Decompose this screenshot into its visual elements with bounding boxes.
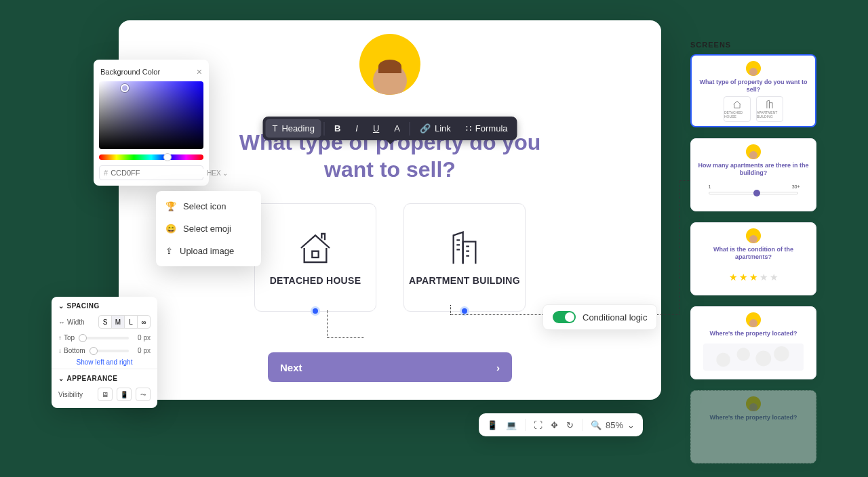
screens-title: SCREENS [690, 41, 816, 49]
section-label: SPACING [67, 302, 100, 310]
connector [327, 310, 328, 337]
select-emoji-item[interactable]: 😄 Select emoji [160, 217, 257, 240]
top-slider[interactable] [79, 337, 129, 339]
conditional-logic-chip: Conditional logic [542, 304, 657, 330]
house-icon [296, 229, 334, 267]
visibility-desktop[interactable]: 🖥 [98, 388, 113, 401]
building-icon [446, 229, 484, 267]
width-full[interactable]: ∞ [137, 315, 151, 329]
color-cursor[interactable] [121, 84, 129, 92]
visibility-mobile[interactable]: 📱 [117, 388, 132, 401]
next-label: Next [280, 362, 302, 373]
select-icon-item[interactable]: 🏆 Select icon [160, 195, 257, 217]
chevron-down-icon: ⌄ [58, 375, 64, 382]
link-button[interactable]: 🔗 Link [413, 119, 458, 138]
svg-rect-0 [312, 251, 318, 257]
avatar [746, 144, 761, 159]
section-label: APPEARANCE [67, 375, 118, 382]
visibility-label: Visibility [58, 391, 83, 398]
width-s[interactable]: S [98, 315, 112, 329]
underline-button[interactable]: U [366, 119, 386, 138]
device-mobile-button[interactable]: 📱 [487, 420, 498, 430]
hash-icon: # [104, 169, 108, 177]
avatar [746, 61, 761, 76]
italic-button[interactable]: I [349, 119, 365, 138]
star-rating: ★★★★★ [729, 272, 778, 283]
chevron-right-icon: › [496, 362, 500, 373]
chevron-down-icon: ⌄ [58, 302, 64, 310]
avatar [746, 396, 761, 411]
bold-button[interactable]: B [328, 119, 347, 138]
color-mode-select[interactable]: HEX ⌄ [207, 169, 228, 177]
bottom-value: 0 px [133, 347, 151, 354]
font-color-button[interactable]: A [387, 119, 407, 138]
branch-dot[interactable] [311, 306, 320, 316]
bottom-slider[interactable] [90, 350, 129, 352]
bottom-label: ↓ Bottom [58, 347, 85, 354]
screen-thumb-ghost[interactable]: Where's the property located? [690, 390, 816, 463]
mini-slider: 1 30+ [709, 192, 797, 194]
avatar [359, 34, 420, 95]
connector [327, 337, 364, 338]
mini-map [703, 344, 804, 371]
fit-button[interactable]: ✥ [551, 420, 558, 430]
width-l[interactable]: L [124, 315, 138, 329]
formula-button[interactable]: ∷ Formula [459, 119, 515, 138]
search-icon: 🔍 [591, 420, 601, 430]
option-apartment-building[interactable]: APARTMENT BUILDING [403, 203, 526, 312]
screen-thumb-4[interactable]: Where's the property located? [690, 306, 816, 379]
zoom-control[interactable]: 🔍 85% ⌄ [591, 420, 635, 430]
link-label: Link [435, 123, 451, 133]
upload-icon: ⇪ [165, 246, 173, 256]
connector [679, 180, 680, 314]
hue-knob[interactable] [163, 153, 172, 161]
chevron-down-icon: ⌄ [222, 169, 228, 177]
screen-title: What is the condition of the apartments? [698, 246, 809, 261]
conditional-logic-toggle[interactable] [553, 311, 576, 323]
option-label: APARTMENT BUILDING [409, 275, 520, 286]
popover-title: Background Color [100, 68, 160, 76]
color-saturation-field[interactable] [99, 81, 203, 149]
connector [679, 180, 690, 181]
screen-title: Where's the property located? [709, 414, 797, 421]
hue-slider[interactable] [99, 154, 203, 160]
menu-label: Upload image [180, 246, 234, 256]
close-icon[interactable]: × [197, 66, 202, 77]
screen-thumb-1[interactable]: What type of property do you want to sel… [690, 54, 816, 127]
option-label: DETACHED HOUSE [270, 275, 361, 286]
avatar [746, 312, 761, 327]
emoji-icon: 😄 [165, 224, 176, 234]
width-segmented[interactable]: S M L ∞ [98, 315, 151, 329]
avatar [746, 228, 761, 243]
spacing-appearance-panel: ⌄ SPACING ↔ Width S M L ∞ ↑ Top 0 px ↓ B… [52, 297, 157, 408]
screen-thumb-2[interactable]: How many apartments are there in the bui… [690, 138, 816, 211]
fullscreen-button[interactable]: ⛶ [534, 420, 542, 430]
option-detached-house[interactable]: DETACHED HOUSE [254, 203, 376, 312]
top-value: 0 px [133, 334, 151, 341]
mini-option: APARTMENT BUILDING [756, 96, 783, 122]
hex-input[interactable] [111, 169, 204, 177]
background-color-popover: Background Color × # HEX ⌄ [94, 60, 209, 186]
visibility-hidden[interactable]: ⤳ [136, 388, 151, 401]
spacing-section-toggle[interactable]: ⌄ SPACING [58, 302, 151, 310]
text-format-toolbar: T Heading B I U A 🔗 Link ∷ Formula [262, 117, 517, 140]
trophy-icon: 🏆 [165, 201, 176, 211]
heading-style-select[interactable]: T Heading [265, 119, 321, 138]
conditional-logic-label: Conditional logic [583, 312, 647, 323]
width-m[interactable]: M [111, 315, 125, 329]
refresh-button[interactable]: ↻ [566, 420, 574, 430]
link-icon: 🔗 [420, 123, 431, 133]
device-desktop-button[interactable]: 💻 [506, 420, 517, 430]
connector [450, 305, 451, 314]
options-row: DETACHED HOUSE APARTMENT BUILDING [254, 203, 526, 312]
width-label: ↔ Width [58, 318, 85, 326]
next-button[interactable]: Next › [268, 352, 512, 382]
connector [450, 314, 542, 315]
show-lr-link[interactable]: Show left and right [58, 358, 151, 366]
screen-thumb-3[interactable]: What is the condition of the apartments?… [690, 222, 816, 295]
color-mode-label: HEX [207, 169, 221, 177]
hex-input-row: # HEX ⌄ [99, 165, 203, 180]
screen-title: What type of property do you want to sel… [698, 79, 808, 94]
appearance-section-toggle[interactable]: ⌄ APPEARANCE [58, 375, 151, 382]
upload-image-item[interactable]: ⇪ Upload image [160, 240, 257, 262]
